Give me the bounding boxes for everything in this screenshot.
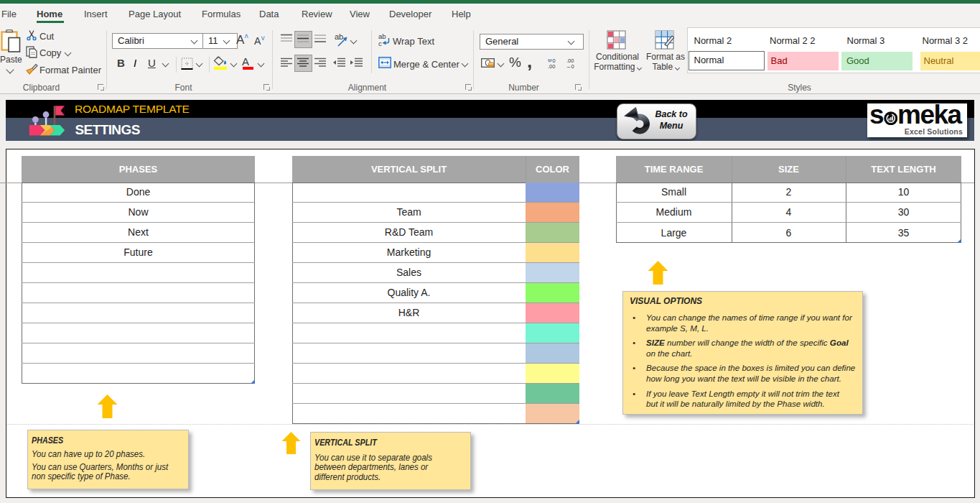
svg-text:ab: ab — [335, 32, 343, 41]
svg-text:.00: .00 — [548, 63, 555, 69]
svg-text:c: c — [378, 40, 382, 47]
svg-text:→0: →0 — [566, 63, 574, 69]
